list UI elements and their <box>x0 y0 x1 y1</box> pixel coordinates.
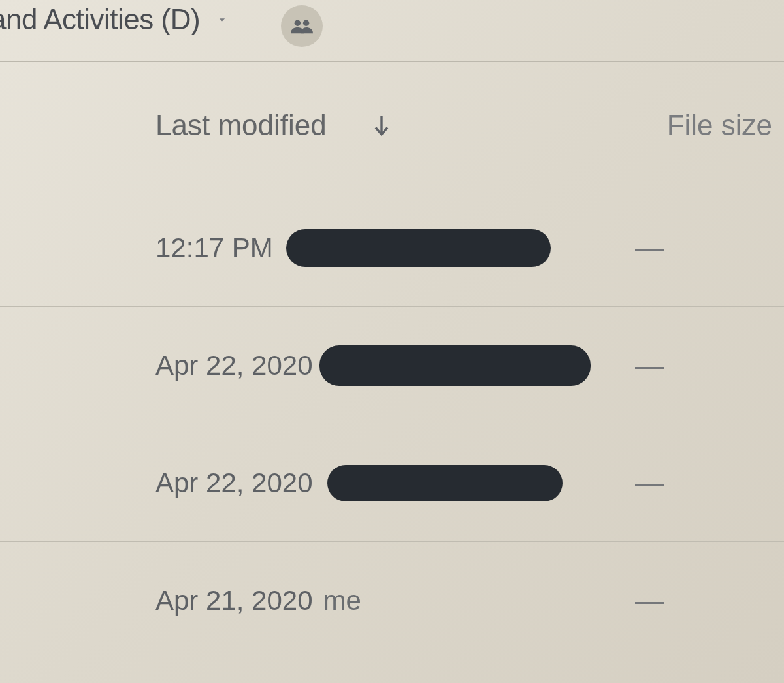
last-modified-cell: 12:17 PM <box>155 229 551 267</box>
last-modified-cell: Apr 21, 2020 me <box>155 585 361 616</box>
file-size-cell: — <box>635 232 664 264</box>
modified-time: 12:17 PM <box>155 232 273 264</box>
table-row[interactable]: Apr 22, 2020 — <box>0 307 784 424</box>
table-row[interactable]: 12:17 PM — <box>0 189 784 307</box>
redacted-owner <box>286 229 551 267</box>
svg-point-1 <box>303 20 309 26</box>
shared-users-button[interactable] <box>281 5 323 47</box>
modified-date: Apr 22, 2020 <box>155 468 313 499</box>
file-size-header[interactable]: File size <box>667 109 772 142</box>
redacted-owner <box>319 345 591 386</box>
last-modified-label: Last modified <box>155 109 327 142</box>
file-size-cell: — <box>635 349 664 382</box>
column-header-row: Last modified File size <box>0 62 784 189</box>
last-modified-cell: Apr 22, 2020 <box>155 465 563 501</box>
modified-date: Apr 21, 2020 <box>155 585 313 616</box>
breadcrumb-bar: and Activities (D) <box>0 0 784 62</box>
redacted-owner <box>327 465 563 501</box>
chevron-down-icon[interactable] <box>213 13 231 26</box>
table-row[interactable]: Apr 21, 2020 me — <box>0 542 784 659</box>
svg-point-0 <box>295 20 301 26</box>
folder-title[interactable]: and Activities (D) <box>0 3 200 36</box>
last-modified-cell: Apr 22, 2020 <box>155 345 591 386</box>
modified-date: Apr 22, 2020 <box>155 350 313 381</box>
sort-descending-icon[interactable] <box>372 114 391 136</box>
people-icon <box>291 18 313 34</box>
file-size-cell: — <box>635 467 664 500</box>
last-modified-header[interactable]: Last modified <box>155 109 391 142</box>
table-row[interactable]: Apr 22, 2020 — <box>0 424 784 542</box>
file-size-cell: — <box>635 584 664 617</box>
modified-by-user: me <box>323 585 361 616</box>
